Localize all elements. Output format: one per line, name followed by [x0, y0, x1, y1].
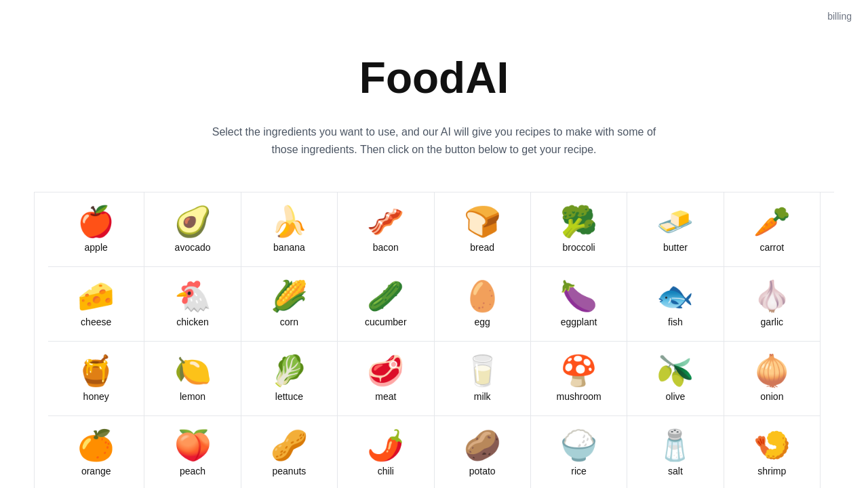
bread-emoji: 🍞	[464, 207, 501, 237]
hero-subtitle: Select the ingredients you want to use, …	[203, 123, 665, 158]
eggplant-label: eggplant	[561, 317, 597, 327]
corn-label: corn	[280, 317, 298, 327]
peanuts-emoji: 🥜	[271, 430, 308, 460]
app-title: FoodAI	[14, 53, 854, 103]
olive-label: olive	[666, 391, 686, 402]
top-nav: billing	[0, 0, 868, 33]
ingredient-lettuce[interactable]: 🥬lettuce	[241, 342, 338, 416]
butter-emoji: 🧈	[656, 207, 694, 237]
milk-emoji: 🥛	[464, 356, 501, 386]
carrot-emoji: 🥕	[753, 207, 791, 237]
ingredient-peach[interactable]: 🍑peach	[144, 416, 241, 488]
ingredient-lemon[interactable]: 🍋lemon	[144, 342, 241, 416]
avocado-label: avocado	[175, 242, 211, 253]
cucumber-emoji: 🥒	[367, 281, 404, 311]
billing-link[interactable]: billing	[827, 11, 852, 22]
ingredient-cheese[interactable]: 🧀cheese	[48, 267, 144, 342]
ingredient-fish[interactable]: 🐟fish	[627, 267, 724, 342]
ingredient-garlic[interactable]: 🧄garlic	[724, 267, 821, 342]
salt-emoji: 🧂	[656, 430, 694, 460]
ingredient-bacon[interactable]: 🥓bacon	[338, 192, 434, 267]
shrimp-label: shrimp	[757, 466, 786, 476]
ingredient-egg[interactable]: 🥚egg	[435, 267, 531, 342]
milk-label: milk	[474, 391, 491, 402]
peach-emoji: 🍑	[174, 430, 212, 460]
cheese-emoji: 🧀	[77, 281, 115, 311]
ingredient-apple[interactable]: 🍎apple	[48, 192, 144, 267]
ingredient-milk[interactable]: 🥛milk	[435, 342, 531, 416]
ingredient-mushroom[interactable]: 🍄mushroom	[531, 342, 627, 416]
potato-emoji: 🥔	[464, 430, 501, 460]
ingredient-shrimp[interactable]: 🍤shrimp	[724, 416, 821, 488]
ingredient-banana[interactable]: 🍌banana	[241, 192, 338, 267]
mushroom-label: mushroom	[556, 391, 601, 402]
honey-emoji: 🍯	[77, 356, 115, 386]
fish-label: fish	[668, 317, 683, 327]
potato-label: potato	[469, 466, 496, 476]
hero-section: FoodAI Select the ingredients you want t…	[0, 33, 868, 192]
chili-label: chili	[378, 466, 394, 476]
banana-emoji: 🍌	[271, 207, 308, 237]
ingredient-eggplant[interactable]: 🍆eggplant	[531, 267, 627, 342]
apple-emoji: 🍎	[77, 207, 115, 237]
ingredient-peanuts[interactable]: 🥜peanuts	[241, 416, 338, 488]
broccoli-emoji: 🥦	[560, 207, 597, 237]
corn-emoji: 🌽	[271, 281, 308, 311]
ingredient-rice[interactable]: 🍚rice	[531, 416, 627, 488]
ingredient-chili[interactable]: 🌶️chili	[338, 416, 434, 488]
rice-label: rice	[571, 466, 587, 476]
bread-label: bread	[470, 242, 494, 253]
chicken-emoji: 🐔	[174, 281, 212, 311]
meat-label: meat	[375, 391, 396, 402]
egg-emoji: 🥚	[464, 281, 501, 311]
garlic-emoji: 🧄	[753, 281, 791, 311]
orange-emoji: 🍊	[77, 430, 115, 460]
mushroom-emoji: 🍄	[560, 356, 597, 386]
olive-emoji: 🫒	[656, 356, 694, 386]
rice-emoji: 🍚	[560, 430, 597, 460]
avocado-emoji: 🥑	[174, 207, 212, 237]
cucumber-label: cucumber	[365, 317, 406, 327]
honey-label: honey	[83, 391, 109, 402]
broccoli-label: broccoli	[562, 242, 595, 253]
lettuce-emoji: 🥬	[271, 356, 308, 386]
ingredient-honey[interactable]: 🍯honey	[48, 342, 144, 416]
ingredient-meat[interactable]: 🥩meat	[338, 342, 434, 416]
salt-label: salt	[668, 466, 683, 476]
bacon-label: bacon	[373, 242, 399, 253]
orange-label: orange	[81, 466, 111, 476]
apple-label: apple	[85, 242, 108, 253]
fish-emoji: 🐟	[656, 281, 694, 311]
ingredient-onion[interactable]: 🧅onion	[724, 342, 821, 416]
ingredient-salt[interactable]: 🧂salt	[627, 416, 724, 488]
egg-label: egg	[475, 317, 490, 327]
ingredients-grid: 🍎apple🥑avocado🍌banana🥓bacon🍞bread🥦brocco…	[34, 192, 834, 488]
eggplant-emoji: 🍆	[560, 281, 597, 311]
ingredient-bread[interactable]: 🍞bread	[435, 192, 531, 267]
ingredient-chicken[interactable]: 🐔chicken	[144, 267, 241, 342]
butter-label: butter	[663, 242, 688, 253]
ingredient-avocado[interactable]: 🥑avocado	[144, 192, 241, 267]
garlic-label: garlic	[761, 317, 783, 327]
chicken-label: chicken	[176, 317, 208, 327]
ingredient-carrot[interactable]: 🥕carrot	[724, 192, 821, 267]
chili-emoji: 🌶️	[367, 430, 404, 460]
ingredient-cucumber[interactable]: 🥒cucumber	[338, 267, 434, 342]
lemon-emoji: 🍋	[174, 356, 212, 386]
ingredient-corn[interactable]: 🌽corn	[241, 267, 338, 342]
ingredient-orange[interactable]: 🍊orange	[48, 416, 144, 488]
onion-label: onion	[760, 391, 783, 402]
ingredient-potato[interactable]: 🥔potato	[435, 416, 531, 488]
onion-emoji: 🧅	[753, 356, 791, 386]
ingredient-broccoli[interactable]: 🥦broccoli	[531, 192, 627, 267]
lemon-label: lemon	[180, 391, 205, 402]
cheese-label: cheese	[81, 317, 111, 327]
lettuce-label: lettuce	[275, 391, 303, 402]
shrimp-emoji: 🍤	[753, 430, 791, 460]
meat-emoji: 🥩	[367, 356, 404, 386]
ingredient-olive[interactable]: 🫒olive	[627, 342, 724, 416]
peanuts-label: peanuts	[273, 466, 307, 476]
peach-label: peach	[180, 466, 205, 476]
bacon-emoji: 🥓	[367, 207, 404, 237]
ingredient-butter[interactable]: 🧈butter	[627, 192, 724, 267]
